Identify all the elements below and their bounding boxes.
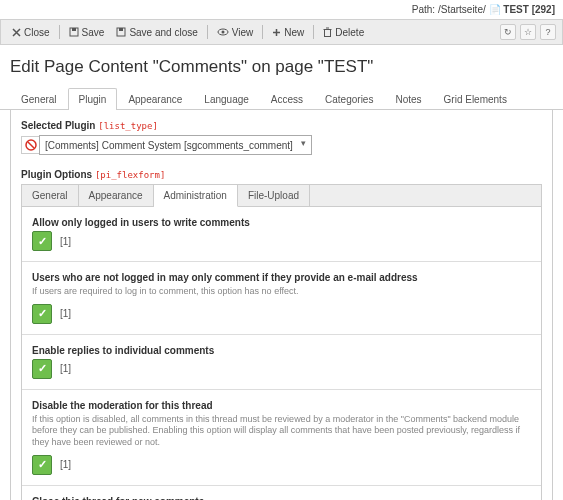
svg-point-5 <box>221 31 224 34</box>
subtab-file-upload[interactable]: File-Upload <box>238 185 310 206</box>
check-icon: ✓ <box>38 362 47 375</box>
checkbox[interactable]: ✓ <box>32 359 52 379</box>
check-icon: ✓ <box>38 307 47 320</box>
check-icon: ✓ <box>38 235 47 248</box>
checkbox[interactable]: ✓ <box>32 455 52 475</box>
checkbox-value: [1] <box>60 308 71 319</box>
tab-general[interactable]: General <box>10 88 68 110</box>
selected-plugin-label: Selected Plugin [list_type] <box>21 120 542 131</box>
delete-button[interactable]: Delete <box>318 25 369 40</box>
subtab-administration[interactable]: Administration <box>154 185 238 207</box>
option-title: Disable the moderation for this thread <box>32 400 531 411</box>
plugin-options-label: Plugin Options [pi_flexform] <box>21 169 542 180</box>
option-title: Allow only logged in users to write comm… <box>32 217 531 228</box>
tab-plugin[interactable]: Plugin <box>68 88 118 110</box>
plus-icon <box>272 28 281 37</box>
view-button[interactable]: View <box>212 25 259 40</box>
action-toolbar: Close Save Save and close View New Delet… <box>0 19 563 45</box>
save-close-button[interactable]: Save and close <box>111 25 202 40</box>
help-button[interactable]: ? <box>540 24 556 40</box>
bookmark-button[interactable]: ☆ <box>520 24 536 40</box>
page-title: Edit Page Content "Comments" on page "TE… <box>0 45 563 87</box>
checkbox-value: [1] <box>60 236 71 247</box>
option-title: Enable replies to individual comments <box>32 345 531 356</box>
save-close-icon <box>116 27 126 37</box>
option-description: If users are required to log in to comme… <box>32 286 531 298</box>
tab-notes[interactable]: Notes <box>384 88 432 110</box>
svg-rect-6 <box>325 30 331 37</box>
trash-icon <box>323 27 332 37</box>
check-icon: ✓ <box>38 458 47 471</box>
plugin-select[interactable]: [Comments] Comment System [sgcomments_co… <box>39 135 312 155</box>
refresh-button[interactable]: ↻ <box>500 24 516 40</box>
tab-language[interactable]: Language <box>193 88 260 110</box>
tab-categories[interactable]: Categories <box>314 88 384 110</box>
plugin-options-tabs: GeneralAppearanceAdministrationFile-Uplo… <box>21 184 542 207</box>
checkbox[interactable]: ✓ <box>32 304 52 324</box>
main-tabs: GeneralPluginAppearanceLanguageAccessCat… <box>0 87 563 110</box>
tab-appearance[interactable]: Appearance <box>117 88 193 110</box>
close-icon <box>12 28 21 37</box>
new-button[interactable]: New <box>267 25 309 40</box>
plugin-type-icon <box>21 136 39 154</box>
close-button[interactable]: Close <box>7 25 55 40</box>
tab-grid-elements[interactable]: Grid Elements <box>433 88 518 110</box>
save-button[interactable]: Save <box>64 25 110 40</box>
save-icon <box>69 27 79 37</box>
svg-rect-3 <box>119 28 123 31</box>
option-title: Close this thread for new comments <box>32 496 531 500</box>
eye-icon <box>217 28 229 36</box>
svg-rect-1 <box>72 28 76 31</box>
checkbox[interactable]: ✓ <box>32 231 52 251</box>
option-title: Users who are not logged in may only com… <box>32 272 531 283</box>
option-description: If this option is disabled, all comments… <box>32 414 531 449</box>
checkbox-value: [1] <box>60 363 71 374</box>
subtab-appearance[interactable]: Appearance <box>79 185 154 206</box>
checkbox-value: [1] <box>60 459 71 470</box>
subtab-general[interactable]: General <box>22 185 79 206</box>
breadcrumb: Path: /Startseite/ 📄 TEST [292] <box>0 0 563 19</box>
tab-access[interactable]: Access <box>260 88 314 110</box>
